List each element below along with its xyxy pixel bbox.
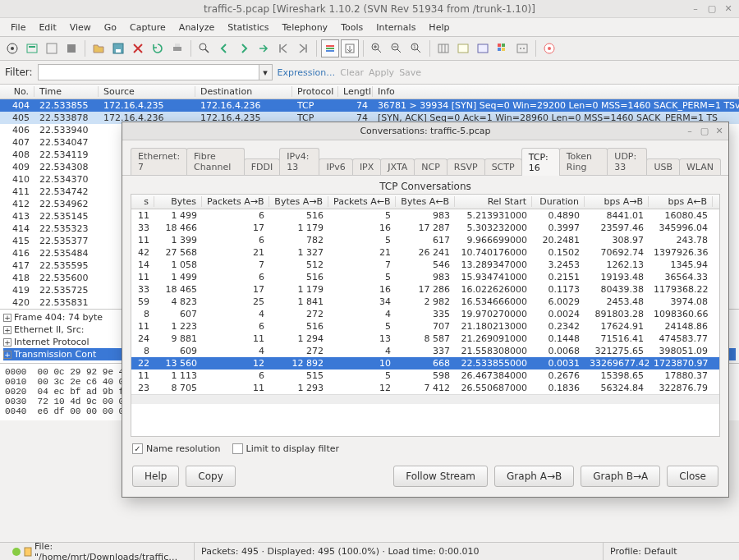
forward-icon[interactable] [235,39,253,57]
follow-stream-button[interactable]: Follow Stream [393,466,488,487]
cv-col-duration[interactable]: Duration [532,196,585,207]
conversation-row[interactable]: 111 399678256179.96669900020.2481308.972… [131,234,719,246]
cv-col-bytes-ab[interactable]: Bytes A→B [269,196,328,207]
col-source[interactable]: Source [99,86,195,97]
apply-link[interactable]: Apply [369,67,394,78]
cv-col-relstart[interactable]: Rel Start [455,196,532,207]
conversation-row[interactable]: 86094272433721.5583080000.0068321275.653… [131,345,719,357]
resize-columns-icon[interactable] [434,39,452,57]
menu-go[interactable]: Go [99,21,122,34]
menu-capture[interactable]: Capture [124,21,172,34]
dialog-maximize-icon[interactable]: ▢ [699,126,710,137]
packet-row[interactable]: 40422.533855172.16.4.235172.16.4.236TCP7… [0,99,739,112]
conversation-row[interactable]: 111 1136515559826.4673840000.267615398.6… [131,370,719,382]
dialog-close-icon[interactable]: ✕ [714,126,725,137]
cv-col-bps-ab[interactable]: bps A→B [585,196,649,207]
expand-icon[interactable]: + [3,326,11,334]
expand-icon[interactable]: + [3,314,11,322]
zoom-in-icon[interactable] [368,39,386,57]
start-capture-icon[interactable] [43,39,61,57]
interfaces-icon[interactable] [3,39,21,57]
conversation-row[interactable]: 4227 568211 3272126 24110.7401760000.150… [131,246,719,259]
conv-tab[interactable]: Ethernet: 7 [131,148,187,175]
conversation-row[interactable]: 594 823251 841342 98216.5346660006.00292… [131,296,719,308]
cv-col-packets-ab[interactable]: Packets A→B [202,196,269,207]
col-destination[interactable]: Destination [195,86,292,97]
menu-edit[interactable]: Edit [33,21,62,34]
menu-tools[interactable]: Tools [335,21,369,34]
save-link[interactable]: Save [399,67,421,78]
cv-col-bytes-ba[interactable]: Bytes A←B [396,196,455,207]
conversations-table[interactable]: s Bytes Packets A→B Bytes A→B Packets A←… [131,194,720,437]
conversation-row[interactable]: 238 705111 293127 41226.5506870000.18365… [131,382,719,394]
help-icon[interactable] [540,39,558,57]
cv-col-bytes[interactable]: Bytes [154,196,202,207]
minimize-icon[interactable]: – [690,3,701,15]
graph-ba-button[interactable]: Graph B→A [581,466,660,487]
find-icon[interactable] [195,39,213,57]
conv-tab[interactable]: IPX [352,158,381,175]
col-protocol[interactable]: Protocol [292,86,338,97]
clear-link[interactable]: Clear [340,67,364,78]
conv-tab[interactable]: IPv6 [319,158,352,175]
conv-tab[interactable]: NCP [414,158,448,175]
goto-icon[interactable] [255,39,273,57]
conv-tab[interactable]: FDDI [244,158,281,175]
expression-link[interactable]: Expression… [278,67,336,78]
conversation-row[interactable]: 141 0587512754613.2893470003.24531262.13… [131,259,719,271]
copy-button[interactable]: Copy [186,466,235,487]
conv-tab[interactable]: Fibre Channel [186,148,245,175]
limit-filter-checkbox[interactable]: Limit to display filter [232,443,339,454]
graph-ab-button[interactable]: Graph A→B [494,466,574,487]
preferences-icon[interactable] [513,39,531,57]
filter-input[interactable] [38,64,259,80]
col-no[interactable]: No. [0,86,34,97]
dialog-minimize-icon[interactable]: – [684,126,695,137]
capture-filters-icon[interactable] [454,39,472,57]
menu-file[interactable]: File [5,21,31,34]
conv-tab[interactable]: IPv4: 13 [279,148,319,175]
cv-col-packets-ba[interactable]: Packets A←B [328,196,396,207]
menu-statistics[interactable]: Statistics [222,21,274,34]
menu-help[interactable]: Help [423,21,455,34]
name-resolution-checkbox[interactable]: ✓Name resolution [132,443,221,454]
zoom-out-icon[interactable] [388,39,406,57]
goto-last-icon[interactable] [294,39,312,57]
col-time[interactable]: Time [34,86,99,97]
cv-col-bps-ba[interactable]: bps A←B [649,196,713,207]
conversation-row[interactable]: 2213 5601212 8921066822.5338550000.00313… [131,357,719,370]
expand-icon[interactable]: + [3,351,11,359]
close-file-icon[interactable] [129,39,147,57]
colorize-icon[interactable] [321,39,339,57]
expand-icon[interactable]: + [3,338,11,347]
open-icon[interactable] [90,39,108,57]
col-length[interactable]: Lengtl [338,86,373,97]
conversation-row[interactable]: 3318 466171 1791617 2875.3032320000.3997… [131,222,719,234]
autoscroll-icon[interactable] [341,39,359,57]
close-icon[interactable]: ✕ [723,3,734,15]
conversation-row[interactable]: 111 499651659835.2139310000.48908441.011… [131,209,719,222]
stop-capture-icon[interactable] [62,39,80,57]
status-profile[interactable]: Profile: Default [603,543,734,560]
conversation-row[interactable]: 86074272433519.9702700000.0024891803.281… [131,308,719,320]
conv-tab[interactable]: UDP: 33 [607,148,647,175]
menu-analyze[interactable]: Analyze [173,21,220,34]
conversation-row[interactable]: 3318 465171 1791617 28616.0226260000.117… [131,283,719,296]
conv-tab[interactable]: TCP: 16 [521,148,560,176]
print-icon[interactable] [168,39,186,57]
save-icon[interactable] [109,39,127,57]
help-button[interactable]: Help [132,466,179,487]
conv-tab[interactable]: Token Ring [559,148,608,175]
menu-view[interactable]: View [64,21,97,34]
conversation-row[interactable]: 111 4996516598315.9347410000.215119193.4… [131,271,719,283]
reload-icon[interactable] [149,39,167,57]
display-filters-icon[interactable] [474,39,492,57]
zoom-reset-icon[interactable]: 1 [407,39,425,57]
horizontal-scrollbar[interactable] [131,394,719,404]
col-info[interactable]: Info [373,86,739,97]
conversation-row[interactable]: 249 881111 294138 58721.2690910000.14487… [131,333,719,345]
menu-internals[interactable]: Internals [370,21,421,34]
back-icon[interactable] [215,39,233,57]
filter-dropdown-icon[interactable]: ▾ [259,64,273,80]
maximize-icon[interactable]: ▢ [706,3,718,15]
